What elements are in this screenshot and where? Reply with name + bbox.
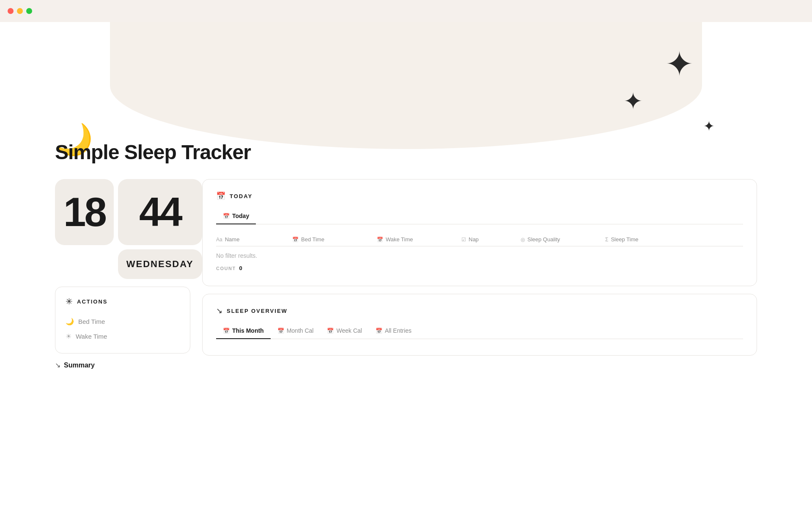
overview-section-title: SLEEP OVERVIEW	[227, 308, 288, 314]
col-name-label: Name	[225, 236, 240, 243]
col-wake-time-label: Wake Time	[386, 236, 413, 243]
col-bed-time: 📅 Bed Time	[292, 236, 377, 243]
clock-minute: 44	[139, 192, 181, 232]
left-column: 18 44 WEDNESDAY ✳ ACTIONS 🌙 Bed Time	[55, 179, 190, 369]
sparkle-medium-icon: ✦	[623, 90, 643, 113]
today-section-title: TODAY	[230, 193, 252, 199]
count-label: COUNT	[216, 266, 236, 271]
maximize-button[interactable]	[26, 8, 32, 14]
col-name-icon: Aa	[216, 237, 222, 243]
table-header: Aa Name 📅 Bed Time 📅 Wake Time ☑	[216, 233, 743, 246]
sparkle-small-icon: ✦	[703, 119, 715, 133]
tab-week-cal[interactable]: 📅 Week Cal	[320, 324, 368, 339]
tab-month-cal-label: Month Cal	[287, 327, 314, 334]
summary-label: Summary	[64, 362, 95, 369]
tab-today-icon: 📅	[223, 213, 230, 219]
tab-this-month-icon: 📅	[223, 328, 230, 334]
tab-week-cal-icon: 📅	[327, 328, 334, 334]
action-bed-time[interactable]: 🌙 Bed Time	[66, 314, 180, 329]
overview-arrow-icon: ↘	[216, 306, 222, 315]
count-value: 0	[239, 265, 242, 271]
wake-time-label: Wake Time	[76, 333, 107, 340]
overview-panel: ↘ SLEEP OVERVIEW 📅 This Month 📅 Month Ca…	[202, 294, 757, 356]
titlebar	[0, 0, 812, 22]
action-wake-time[interactable]: ☀ Wake Time	[66, 329, 180, 344]
day-card: WEDNESDAY	[118, 249, 202, 279]
clock-day: WEDNESDAY	[126, 259, 194, 270]
overview-section-header: ↘ SLEEP OVERVIEW	[216, 306, 743, 315]
tab-all-entries-icon: 📅	[376, 328, 382, 334]
tab-all-entries[interactable]: 📅 All Entries	[369, 324, 418, 339]
page-title: Simple Sleep Tracker	[55, 141, 757, 164]
actions-widget: ✳ ACTIONS 🌙 Bed Time ☀ Wake Time	[55, 287, 190, 353]
col-sleep-quality: ◎ Sleep Quality	[521, 236, 605, 243]
no-results-text: No filter results.	[216, 246, 743, 262]
main-content: Simple Sleep Tracker 18 44 WEDNESDAY	[0, 141, 812, 395]
today-table: Aa Name 📅 Bed Time 📅 Wake Time ☑	[216, 233, 743, 274]
today-tabs: 📅 Today	[216, 209, 743, 224]
tab-week-cal-label: Week Cal	[336, 327, 362, 334]
col-wake-time-icon: 📅	[377, 237, 383, 243]
col-sleep-time-icon: Σ	[605, 237, 608, 243]
today-panel: 📅 TODAY 📅 Today Aa Name	[202, 179, 757, 286]
col-bed-time-icon: 📅	[292, 237, 299, 243]
minute-card: 44	[118, 179, 202, 245]
col-nap: ☑ Nap	[461, 236, 521, 243]
actions-header: ✳ ACTIONS	[66, 296, 180, 306]
col-nap-label: Nap	[469, 236, 479, 243]
today-calendar-icon: 📅	[216, 191, 225, 201]
col-sleep-quality-label: Sleep Quality	[527, 236, 560, 243]
close-button[interactable]	[8, 8, 14, 14]
col-name: Aa Name	[216, 236, 292, 243]
col-wake-time: 📅 Wake Time	[377, 236, 461, 243]
count-row: COUNT 0	[216, 262, 743, 274]
tab-today[interactable]: 📅 Today	[216, 209, 256, 224]
tab-all-entries-label: All Entries	[385, 327, 411, 334]
col-sleep-quality-icon: ◎	[521, 237, 525, 243]
today-section-header: 📅 TODAY	[216, 191, 743, 201]
tab-month-cal-icon: 📅	[277, 328, 284, 334]
sparkle-large-icon: ✦	[665, 47, 694, 81]
bed-time-label: Bed Time	[78, 318, 105, 325]
summary-link[interactable]: ↘ Summary	[55, 361, 190, 369]
col-sleep-time-label: Sleep Time	[611, 236, 638, 243]
clock-hour: 18	[63, 192, 105, 232]
wake-time-icon: ☀	[66, 332, 71, 340]
bed-time-icon: 🌙	[66, 318, 74, 326]
right-panels: 📅 TODAY 📅 Today Aa Name	[202, 179, 757, 356]
hour-card: 18	[55, 179, 114, 245]
summary-arrow-icon: ↘	[55, 361, 60, 369]
col-sleep-time: Σ Sleep Time	[605, 236, 681, 243]
actions-sparkle-icon: ✳	[66, 296, 73, 306]
clock-widget: 18 44 WEDNESDAY	[55, 179, 190, 279]
minimize-button[interactable]	[17, 8, 23, 14]
col-nap-icon: ☑	[461, 237, 466, 243]
tab-this-month[interactable]: 📅 This Month	[216, 324, 271, 339]
tab-today-label: Today	[232, 213, 249, 219]
overview-tabs: 📅 This Month 📅 Month Cal 📅 Week Cal 📅 Al…	[216, 324, 743, 339]
hero-blob	[110, 22, 702, 149]
tab-this-month-label: This Month	[232, 327, 264, 334]
col-bed-time-label: Bed Time	[301, 236, 324, 243]
actions-title: ACTIONS	[77, 298, 108, 305]
content-grid: 18 44 WEDNESDAY ✳ ACTIONS 🌙 Bed Time	[55, 179, 757, 369]
tab-month-cal[interactable]: 📅 Month Cal	[271, 324, 321, 339]
